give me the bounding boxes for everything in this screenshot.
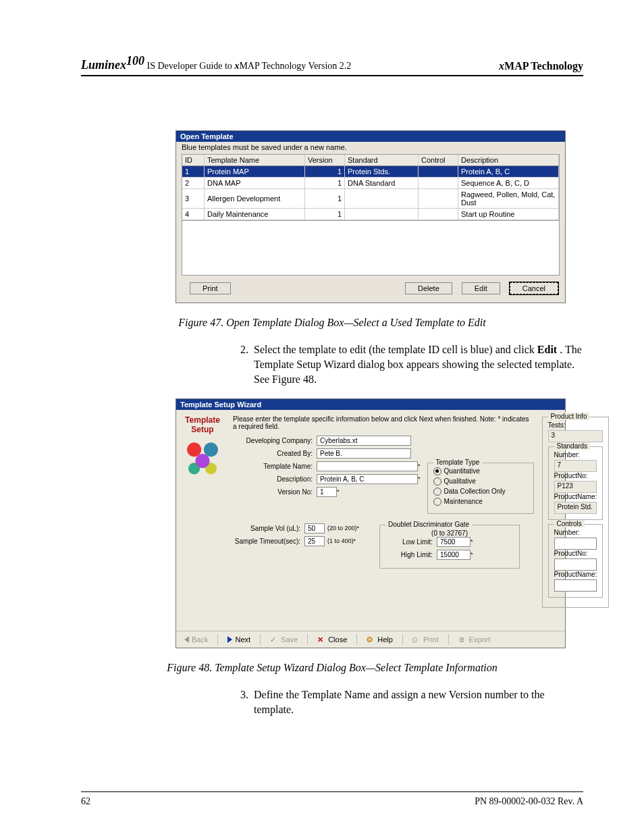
std-productname-value: Protein Std.: [554, 502, 597, 514]
cell-name: Allergen Development: [205, 188, 305, 208]
close-button[interactable]: Close: [313, 635, 351, 644]
cell-version: 1: [305, 208, 345, 219]
cell-standard: [345, 208, 419, 219]
ctrl-productname-value[interactable]: [554, 579, 597, 592]
col-desc[interactable]: Description: [458, 155, 559, 166]
figure-48-caption: Figure 48. Template Setup Wizard Dialog …: [81, 662, 583, 674]
std-productno-value: P123: [554, 481, 597, 493]
dd-range: (0 to 32767): [385, 529, 514, 537]
cell-id: 1: [182, 165, 205, 177]
export-button[interactable]: Export: [454, 635, 495, 644]
header-left: Luminex100 IS Developer Guide to xMAP Te…: [81, 54, 351, 72]
label-template-name: Template Name:: [233, 463, 317, 470]
controls-group: Controls Number: ProductNo: ProductName:: [548, 524, 603, 598]
wizard-instruction: Please enter the template specific infor…: [233, 415, 534, 430]
created-by-field[interactable]: Pete B.: [317, 448, 411, 459]
dev-company-field[interactable]: Cyberlabs.xt: [317, 436, 411, 446]
step-3: 3. Define the Template Name and assign a…: [230, 687, 583, 718]
template-name-field[interactable]: [317, 461, 418, 471]
req-mark: *: [357, 525, 360, 531]
description-field[interactable]: Protein A, B, C: [317, 474, 418, 484]
cell-desc: Sequence A, B, C, D: [458, 177, 559, 188]
save-button[interactable]: Save: [266, 635, 302, 644]
header-right-text: MAP Technology: [504, 60, 583, 72]
delete-button[interactable]: Delete: [405, 282, 452, 294]
ctrl-number-value[interactable]: [554, 538, 597, 550]
label-sample-timeout: Sample Timeout(sec):: [233, 538, 304, 545]
dd-gate-legend: Doublet Discriminator Gate: [385, 521, 472, 528]
step-2-a: Select the template to edit (the templat…: [254, 344, 537, 355]
next-arrow-icon: [227, 636, 232, 643]
radio-quantitative[interactable]: Quantitative: [433, 467, 528, 475]
dialog-note: Blue templates must be saved under a new…: [176, 142, 565, 154]
ctrl-productno-value[interactable]: [554, 558, 597, 571]
step-2-bold: Edit: [537, 344, 557, 355]
req-mark: *: [337, 488, 340, 495]
radio-data-collection[interactable]: Data Collection Only: [433, 488, 528, 496]
template-grid: ID Template Name Version Standard Contro…: [182, 154, 560, 221]
product-info-legend: Product Info: [548, 413, 590, 420]
label-description: Description:: [233, 475, 317, 483]
col-id[interactable]: ID: [182, 155, 205, 166]
next-button[interactable]: Next: [223, 635, 254, 644]
col-standard[interactable]: Standard: [345, 155, 419, 166]
label-number: Number:: [554, 451, 597, 459]
table-row[interactable]: 1 Protein MAP 1 Protein Stds. Protein A,…: [182, 165, 559, 177]
sample-timeout-field[interactable]: 25: [304, 536, 325, 546]
header-right-x: x: [499, 60, 504, 72]
template-setup-wizard: Template Setup Wizard Template Setup Ple…: [176, 398, 566, 648]
open-template-dialog: Open Template Blue templates must be sav…: [176, 130, 566, 303]
label-productno: ProductNo:: [554, 550, 597, 557]
label-low-limit: Low Limit:: [385, 538, 437, 546]
wizard-side-title: Template Setup: [182, 415, 223, 434]
wizard-title: Template Setup Wizard: [176, 399, 565, 410]
version-no-field[interactable]: 1: [317, 487, 337, 497]
header-right: xMAP Technology: [499, 60, 583, 72]
template-type-group: Template Type Quantitative Qualitative D…: [427, 463, 534, 514]
toolbar-sep: [356, 634, 357, 645]
req-mark: *: [418, 463, 421, 469]
table-row[interactable]: 3 Allergen Development 1 Ragweed, Pollen…: [182, 188, 559, 208]
std-number-value: 7: [554, 460, 597, 472]
col-version[interactable]: Version: [305, 155, 345, 166]
col-control[interactable]: Control: [419, 155, 458, 166]
radio-maintenance[interactable]: Maintenance: [433, 498, 528, 506]
label-tests: Tests:: [548, 421, 603, 429]
label-productno: ProductNo:: [554, 472, 597, 479]
back-button[interactable]: Back: [180, 635, 212, 644]
template-type-legend: Template Type: [433, 459, 483, 466]
cell-control: [419, 188, 458, 208]
col-name[interactable]: Template Name: [205, 155, 305, 166]
standards-group: Standards Number: 7 ProductNo: P123 Prod…: [548, 446, 603, 520]
high-limit-field[interactable]: 15000: [437, 550, 471, 560]
radio-qualitative[interactable]: Qualitative: [433, 477, 528, 486]
product-info-group: Product Info Tests: 3 Standards Number: …: [542, 417, 610, 608]
cell-version: 1: [305, 177, 345, 188]
print-button[interactable]: Print: [408, 635, 443, 644]
edit-button[interactable]: Edit: [462, 282, 500, 294]
cancel-button[interactable]: Cancel: [510, 282, 558, 294]
print-button[interactable]: Print: [190, 282, 231, 294]
step-3-text: Define the Template Name and assign a ne…: [254, 687, 583, 718]
doc-pn: PN 89-00002-00-032 Rev. A: [475, 796, 583, 807]
figure-47-caption: Figure 47. Open Template Dialog Box—Sele…: [81, 317, 583, 329]
cell-version: 1: [305, 188, 345, 208]
table-row[interactable]: 2 DNA MAP 1 DNA Standard Sequence A, B, …: [182, 177, 559, 188]
low-limit-field[interactable]: 7500: [437, 537, 471, 547]
cell-control: [419, 208, 458, 219]
controls-legend: Controls: [554, 520, 585, 527]
label-number: Number:: [554, 529, 597, 536]
help-button[interactable]: Help: [363, 635, 397, 644]
req-mark: *: [418, 475, 421, 482]
wizard-logo-icon: [182, 438, 223, 476]
label-high-limit: High Limit:: [385, 551, 437, 558]
cell-desc: Ragweed, Pollen, Mold, Cat, Dust: [458, 188, 559, 208]
req-mark: *: [471, 551, 473, 558]
cell-id: 2: [182, 177, 205, 188]
cell-name: Daily Maintenance: [205, 208, 305, 219]
header-tail-a: IS Developer Guide to: [147, 61, 235, 71]
sample-vol-field[interactable]: 50: [304, 523, 325, 533]
table-row[interactable]: 4 Daily Maintenance 1 Start up Routine: [182, 208, 559, 219]
label-dev-company: Developing Company:: [233, 437, 317, 444]
cell-id: 3: [182, 188, 205, 208]
